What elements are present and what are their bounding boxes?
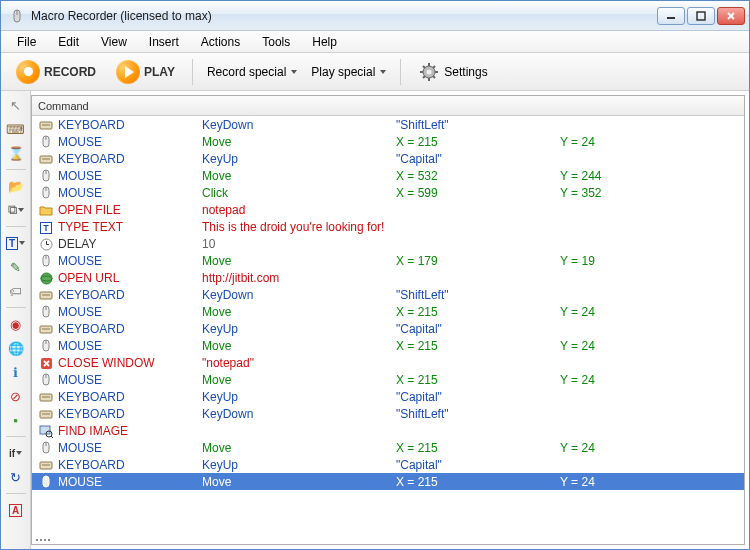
hourglass-icon[interactable]: ⌛ — [5, 143, 27, 163]
rail-separator — [6, 436, 26, 437]
text-tool-icon[interactable]: T — [5, 233, 27, 253]
command-row[interactable]: OPEN URLhttp://jitbit.com — [32, 269, 744, 286]
command-rows[interactable]: KEYBOARDKeyDown"ShiftLeft"MOUSEMoveX = 2… — [32, 116, 744, 536]
row-icon — [38, 338, 54, 353]
row-type: MOUSE — [58, 305, 198, 319]
status-icon[interactable]: ▪ — [5, 410, 27, 430]
play-special-dropdown[interactable]: Play special — [307, 61, 390, 83]
svg-rect-3 — [697, 12, 705, 20]
loop-icon[interactable]: ↻ — [5, 467, 27, 487]
menubar: FileEditViewInsertActionsToolsHelp — [1, 31, 749, 53]
command-row[interactable]: KEYBOARDKeyDown"ShiftLeft" — [32, 116, 744, 133]
command-row[interactable]: FIND IMAGE — [32, 422, 744, 439]
command-row[interactable]: MOUSEMoveX = 179Y = 19 — [32, 252, 744, 269]
menu-tools[interactable]: Tools — [252, 33, 300, 51]
row-type: KEYBOARD — [58, 458, 198, 472]
row-action: KeyUp — [202, 390, 392, 404]
keyboard-icon[interactable]: ⌨ — [5, 119, 27, 139]
tag-icon[interactable]: 🏷 — [5, 281, 27, 301]
icon-rail: ↖⌨⌛📂⧉T✎🏷◉🌐ℹ⊘▪if↻A — [1, 91, 31, 549]
globe-icon[interactable]: 🌐 — [5, 338, 27, 358]
cancel-icon[interactable]: ⊘ — [5, 386, 27, 406]
menu-help[interactable]: Help — [302, 33, 347, 51]
record-icon-red[interactable]: ◉ — [5, 314, 27, 334]
command-row[interactable]: MOUSEMoveX = 215Y = 24 — [32, 133, 744, 150]
rail-separator — [6, 169, 26, 170]
command-row[interactable]: MOUSEMoveX = 215Y = 24 — [32, 439, 744, 456]
settings-label: Settings — [444, 65, 487, 79]
row-action: 10 — [202, 237, 392, 251]
row-icon — [38, 203, 54, 217]
row-action: KeyDown — [202, 118, 392, 132]
titlebar: Macro Recorder (licensed to max) — [1, 1, 749, 31]
label-a-icon[interactable]: A — [5, 500, 27, 520]
record-label: RECORD — [44, 65, 96, 79]
command-row[interactable]: KEYBOARDKeyUp"Capital" — [32, 456, 744, 473]
row-type: MOUSE — [58, 169, 198, 183]
menu-actions[interactable]: Actions — [191, 33, 250, 51]
command-row[interactable]: OPEN FILEnotepad — [32, 201, 744, 218]
row-action: KeyDown — [202, 288, 392, 302]
row-action: This is the droid you're looking for! — [202, 220, 392, 234]
row-param-y: Y = 24 — [560, 305, 738, 319]
row-param-y: Y = 24 — [560, 373, 738, 387]
if-icon[interactable]: if — [5, 443, 27, 463]
column-header[interactable]: Command — [32, 96, 744, 116]
row-icon — [38, 185, 54, 200]
command-row[interactable]: MOUSEMoveX = 532Y = 244 — [32, 167, 744, 184]
play-button[interactable]: PLAY — [109, 57, 182, 87]
row-icon — [38, 322, 54, 336]
svg-line-13 — [433, 76, 435, 78]
command-row[interactable]: KEYBOARDKeyUp"Capital" — [32, 320, 744, 337]
command-row[interactable]: KEYBOARDKeyUp"Capital" — [32, 388, 744, 405]
command-row[interactable]: KEYBOARDKeyDown"ShiftLeft" — [32, 286, 744, 303]
command-row[interactable]: TTYPE TEXTThis is the droid you're looki… — [32, 218, 744, 235]
close-button[interactable] — [717, 7, 745, 25]
row-param-x: X = 215 — [396, 305, 556, 319]
row-type: KEYBOARD — [58, 152, 198, 166]
row-icon — [38, 423, 54, 437]
play-label: PLAY — [144, 65, 175, 79]
wand-icon[interactable]: ✎ — [5, 257, 27, 277]
menu-edit[interactable]: Edit — [48, 33, 89, 51]
command-row[interactable]: MOUSEMoveX = 215Y = 24 — [32, 337, 744, 354]
row-action: KeyUp — [202, 152, 392, 166]
row-param-x: X = 599 — [396, 186, 556, 200]
command-row[interactable]: KEYBOARDKeyDown"ShiftLeft" — [32, 405, 744, 422]
menu-file[interactable]: File — [7, 33, 46, 51]
record-special-dropdown[interactable]: Record special — [203, 61, 301, 83]
maximize-button[interactable] — [687, 7, 715, 25]
row-param-x: "Capital" — [396, 458, 556, 472]
info-icon[interactable]: ℹ — [5, 362, 27, 382]
command-row[interactable]: MOUSEMoveX = 215Y = 24 — [32, 371, 744, 388]
command-row[interactable]: MOUSEMoveX = 215Y = 24 — [32, 473, 744, 490]
toolbar: RECORD PLAY Record special Play special … — [1, 53, 749, 91]
row-param-y: Y = 352 — [560, 186, 738, 200]
open-file-icon[interactable]: 📂 — [5, 176, 27, 196]
row-param-y: Y = 19 — [560, 254, 738, 268]
command-row[interactable]: CLOSE WINDOW"notepad" — [32, 354, 744, 371]
row-icon — [38, 253, 54, 268]
minimize-button[interactable] — [657, 7, 685, 25]
command-row[interactable]: MOUSEClickX = 599Y = 352 — [32, 184, 744, 201]
window-controls — [657, 7, 745, 25]
settings-button[interactable]: Settings — [411, 57, 494, 87]
menu-insert[interactable]: Insert — [139, 33, 189, 51]
body-area: ↖⌨⌛📂⧉T✎🏷◉🌐ℹ⊘▪if↻A Command KEYBOARDKeyDow… — [1, 91, 749, 549]
row-action: Move — [202, 441, 392, 455]
row-icon — [38, 390, 54, 404]
command-row[interactable]: MOUSEMoveX = 215Y = 24 — [32, 303, 744, 320]
row-type: MOUSE — [58, 339, 198, 353]
cursor-icon[interactable]: ↖ — [5, 95, 27, 115]
command-row[interactable]: DELAY10 — [32, 235, 744, 252]
row-icon — [38, 372, 54, 387]
row-action: Move — [202, 305, 392, 319]
menu-view[interactable]: View — [91, 33, 137, 51]
row-type: OPEN URL — [58, 271, 198, 285]
row-type: MOUSE — [58, 254, 198, 268]
command-row[interactable]: KEYBOARDKeyUp"Capital" — [32, 150, 744, 167]
copy-icon[interactable]: ⧉ — [5, 200, 27, 220]
rail-separator — [6, 307, 26, 308]
row-action: KeyUp — [202, 458, 392, 472]
record-button[interactable]: RECORD — [9, 57, 103, 87]
